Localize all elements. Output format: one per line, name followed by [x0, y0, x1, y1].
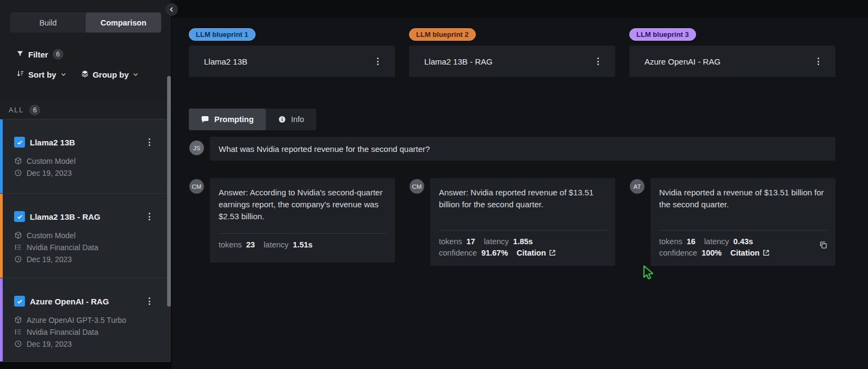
- sort-by-label: Sort by: [28, 70, 56, 79]
- sidebar: Build Comparison Filter 6 Sort by: [0, 0, 172, 369]
- filter-icon: [16, 50, 24, 59]
- blueprint-badge-1: LLM blueprint 1: [189, 28, 256, 41]
- model-name: Llama2 13B: [30, 138, 75, 147]
- kebab-menu-icon[interactable]: [593, 57, 602, 66]
- clock-icon: [14, 169, 22, 177]
- mouse-cursor: [640, 264, 655, 284]
- model-accent-bar: [0, 278, 3, 361]
- speech-bubble-icon: [201, 115, 209, 124]
- model-item-azure-openai-rag[interactable]: Azure OpenAI - RAG Azure OpenAI GPT-3.5 …: [0, 278, 171, 361]
- answer-avatar: CM: [189, 179, 204, 194]
- external-link-icon: [548, 249, 556, 257]
- section-all-label: ALL: [9, 106, 24, 114]
- answer-card-3: Nvidia reported a revenue of $13.51 bill…: [650, 178, 835, 266]
- model-name: Azure OpenAI - RAG: [30, 297, 109, 306]
- latency-label: latency: [484, 237, 509, 246]
- answer-text: Answer: According to Nvidia's second-qua…: [219, 187, 386, 222]
- model-type-row: Custom Model: [14, 231, 98, 240]
- prompt-question-bar: What was Nvidia reported revenue for the…: [210, 137, 835, 161]
- sidebar-bottom-strip: [0, 361, 171, 369]
- copy-button[interactable]: [817, 239, 829, 251]
- model-accent-bar: [0, 194, 3, 278]
- cube-icon: [14, 157, 22, 165]
- sort-icon: [16, 69, 24, 79]
- answer-card-2: Answer: Nvidia reported revenue of $13.5…: [430, 178, 615, 266]
- blueprint-name: Llama2 13B: [204, 57, 247, 66]
- clock-icon: [14, 340, 22, 348]
- kebab-menu-icon[interactable]: [145, 138, 154, 147]
- model-checkbox[interactable]: [14, 296, 25, 307]
- answer-stats: tokens 23 latency 1.51s: [219, 233, 386, 252]
- tab-prompting[interactable]: Prompting: [189, 109, 266, 130]
- clock-icon: [14, 255, 22, 263]
- model-dataset-row: Nvidia Financial Data: [14, 243, 98, 252]
- kebab-menu-icon[interactable]: [373, 57, 382, 66]
- answer-stats: tokens 16 latency 0.43s confidence 100% …: [659, 230, 827, 260]
- filter-control[interactable]: Filter 6: [16, 48, 63, 61]
- cube-icon: [14, 231, 22, 239]
- answer-avatar: CM: [410, 179, 424, 194]
- group-by-label: Group by: [93, 70, 129, 79]
- model-type-row: Azure OpenAI GPT-3.5 Turbo: [14, 315, 126, 325]
- info-icon: [278, 115, 286, 124]
- tab-comparison[interactable]: Comparison: [86, 12, 161, 33]
- kebab-menu-icon[interactable]: [814, 57, 822, 66]
- tab-build[interactable]: Build: [10, 12, 86, 33]
- latency-value: 1.85s: [513, 237, 533, 246]
- blueprint-name: Azure OpenAI - RAG: [644, 57, 720, 66]
- latency-label: latency: [264, 240, 289, 249]
- list-icon: [14, 243, 22, 251]
- model-checkbox[interactable]: [14, 137, 25, 148]
- sidebar-scrollbar[interactable]: [167, 76, 171, 307]
- user-avatar: JS: [189, 141, 204, 155]
- tokens-label: tokens: [219, 240, 242, 249]
- chevron-down-icon: [132, 70, 139, 79]
- answer-text: Answer: Nvidia reported revenue of $13.5…: [439, 187, 607, 211]
- model-accent-bar: [0, 119, 3, 193]
- confidence-value: 100%: [701, 249, 722, 257]
- main-tab-bar: Prompting Info: [189, 109, 316, 130]
- filter-label: Filter: [28, 50, 48, 59]
- group-by-dropdown[interactable]: Group by: [81, 69, 139, 79]
- model-date-row: Dec 19, 2023: [14, 168, 75, 177]
- kebab-menu-icon[interactable]: [145, 297, 154, 306]
- sidebar-collapse-button[interactable]: [165, 3, 178, 16]
- sort-by-dropdown[interactable]: Sort by: [16, 69, 67, 79]
- answer-avatar: AT: [630, 179, 644, 194]
- top-band: [173, 0, 868, 17]
- model-checkbox[interactable]: [14, 211, 25, 222]
- section-header-all: ALL 6: [0, 101, 171, 119]
- model-item-llama2-13b-rag[interactable]: Llama2 13B - RAG Custom Model Nvidia Fin…: [0, 193, 171, 278]
- model-date-row: Dec 19, 2023: [14, 339, 126, 348]
- confidence-value: 91.67%: [481, 249, 508, 257]
- latency-value: 0.43s: [733, 237, 753, 246]
- copy-icon: [819, 240, 828, 250]
- model-item-llama2-13b[interactable]: Llama2 13B Custom Model Dec 19, 2023: [0, 119, 171, 193]
- section-all-count-badge: 6: [29, 105, 40, 116]
- tab-info[interactable]: Info: [266, 109, 316, 130]
- answer-card-1: Answer: According to Nvidia's second-qua…: [210, 178, 395, 263]
- citation-link[interactable]: Citation: [516, 249, 556, 257]
- list-icon: [14, 328, 22, 336]
- sidebar-tab-group: Build Comparison: [10, 12, 161, 33]
- chevron-left-icon: [168, 6, 175, 13]
- answer-text: Nvidia reported a revenue of $13.51 bill…: [659, 187, 827, 211]
- confidence-label: confidence: [439, 249, 477, 257]
- llm-comparison-app: Build Comparison Filter 6 Sort by: [0, 0, 868, 369]
- sort-group-row: Sort by Group by: [16, 69, 139, 79]
- prompt-question-text: What was Nvidia reported revenue for the…: [219, 144, 430, 154]
- kebab-menu-icon[interactable]: [145, 212, 154, 221]
- chevron-down-icon: [60, 70, 67, 79]
- blueprint-header-card-3: Azure OpenAI - RAG: [629, 46, 835, 77]
- tokens-value: 17: [467, 237, 475, 246]
- filter-count-badge: 6: [53, 49, 63, 60]
- model-date-row: Dec 19, 2023: [14, 255, 98, 264]
- tokens-value: 16: [687, 237, 695, 246]
- blueprint-name: Llama2 13B - RAG: [424, 57, 493, 66]
- confidence-label: confidence: [659, 249, 697, 257]
- latency-label: latency: [704, 237, 729, 246]
- answer-stats: tokens 17 latency 1.85s confidence 91.67…: [439, 230, 607, 260]
- citation-link[interactable]: Citation: [730, 249, 770, 257]
- model-name: Llama2 13B - RAG: [30, 212, 100, 221]
- blueprint-header-card-1: Llama2 13B: [189, 46, 395, 77]
